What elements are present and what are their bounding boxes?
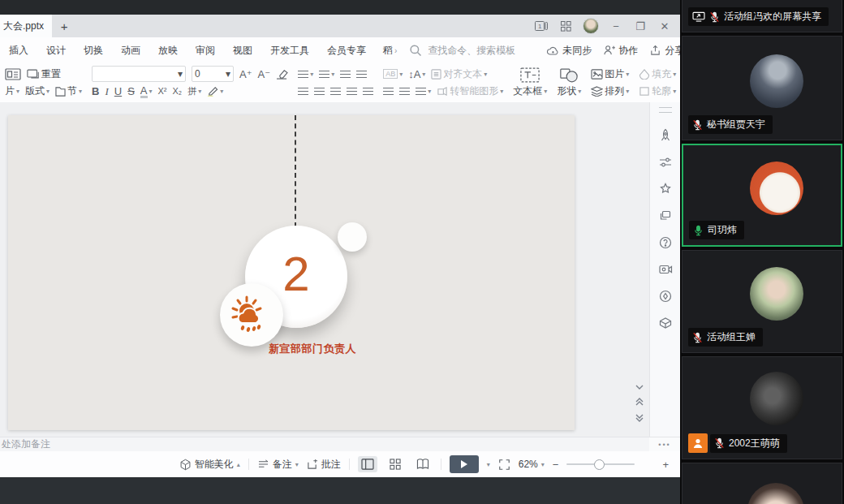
command-search-input[interactable]: 查找命令、搜索模板 — [408, 43, 546, 58]
menu-design[interactable]: 设计 — [37, 44, 75, 58]
zoom-in-button[interactable]: + — [643, 459, 669, 470]
screen-record-icon[interactable] — [658, 262, 673, 277]
numbered-list-button[interactable]: ▾ — [319, 71, 334, 78]
slide-sorter-view-button[interactable] — [385, 456, 405, 472]
slide-canvas[interactable]: 2 — [0, 102, 649, 437]
window-mode-icon[interactable]: 1 — [534, 19, 549, 33]
fit-to-window-button[interactable] — [498, 459, 510, 471]
more-options-dots[interactable]: ••• — [649, 437, 680, 452]
bullet-list-button[interactable]: ▾ — [298, 71, 313, 78]
menu-insert[interactable]: 插入 — [0, 44, 37, 58]
align-center-icon[interactable] — [314, 88, 325, 95]
pinyin-guide-button[interactable]: 拼▾ — [187, 87, 201, 96]
weather-badge-circle[interactable] — [220, 283, 283, 347]
font-size-combobox[interactable]: 0▾ — [192, 66, 234, 82]
object-properties-sliders-icon[interactable] — [658, 155, 673, 170]
highlight-pen-button[interactable]: ▾ — [207, 86, 223, 97]
collaborate-button[interactable]: 协作 — [603, 44, 638, 58]
help-icon[interactable] — [658, 235, 673, 250]
menu-slideshow[interactable]: 放映 — [149, 44, 187, 58]
play-options-dropdown[interactable]: ▾ — [487, 461, 490, 468]
menu-review[interactable]: 审阅 — [187, 44, 224, 58]
canvas-scrollbar[interactable] — [633, 102, 646, 437]
menu-developer[interactable]: 开发工具 — [261, 44, 318, 58]
line-spacing-button[interactable]: ▾ — [416, 88, 431, 95]
align-left-icon[interactable] — [298, 88, 308, 95]
resource-box-icon[interactable] — [658, 316, 673, 330]
participant-tile[interactable]: 2002王萌萌 — [682, 356, 842, 459]
comments-button[interactable]: 批注 — [307, 458, 341, 472]
distribute-icon[interactable] — [363, 88, 373, 95]
next-slide-icon[interactable] — [635, 414, 644, 422]
menu-animation[interactable]: 动画 — [112, 44, 149, 58]
rocket-quick-tools-icon[interactable] — [658, 128, 673, 143]
play-slideshow-button[interactable] — [450, 455, 479, 473]
previous-slide-icon[interactable] — [635, 398, 644, 406]
zoom-slider[interactable] — [566, 463, 635, 465]
duplicate-slide-icon[interactable] — [658, 209, 673, 223]
minimize-button[interactable]: − — [609, 19, 623, 33]
increase-font-button[interactable]: A⁺ — [239, 69, 252, 80]
smart-graphic-button[interactable]: 转智能图形▾ — [437, 84, 503, 98]
notes-input-bar[interactable]: 处添加备注 — [0, 437, 649, 451]
decrease-font-button[interactable]: A⁻ — [258, 69, 271, 80]
effects-star-icon[interactable] — [658, 182, 673, 196]
bold-button[interactable]: B — [92, 86, 99, 97]
restore-button[interactable]: ❐ — [633, 19, 648, 33]
decrease-indent-icon[interactable] — [340, 71, 351, 78]
menu-view[interactable]: 视图 — [224, 44, 261, 58]
outline-button[interactable]: 轮廓▾ — [639, 84, 676, 98]
participant-tile[interactable]: 活动组冯欢的屏幕共享 — [682, 0, 842, 32]
normal-view-button[interactable] — [358, 456, 377, 472]
italic-button[interactable]: I — [105, 86, 108, 97]
strikethrough-button[interactable]: S — [127, 86, 135, 97]
new-slide-button[interactable]: 片▾ — [5, 84, 19, 98]
notes-toggle-button[interactable]: 备注 ▾ — [257, 458, 299, 472]
slide[interactable]: 2 — [8, 115, 575, 430]
new-tab-button[interactable]: + — [52, 15, 76, 37]
char-spacing-button[interactable]: AB▾ — [383, 69, 403, 79]
line-spacing-decrease-icon[interactable] — [383, 88, 394, 95]
zoom-out-button[interactable]: − — [553, 459, 559, 470]
scroll-down-icon[interactable] — [635, 385, 644, 390]
participant-tile[interactable]: 活动组王婵 — [682, 250, 842, 353]
sync-status-button[interactable]: 未同步 — [546, 44, 592, 58]
clear-format-icon[interactable] — [276, 69, 288, 80]
picture-button[interactable]: 图片▾ — [591, 67, 629, 81]
share-button[interactable]: 分享 — [649, 44, 684, 58]
font-name-combobox[interactable]: ▾ — [92, 66, 186, 82]
menu-docer[interactable]: 稻 › — [375, 44, 400, 58]
justify-icon[interactable] — [347, 88, 357, 95]
line-spacing-increase-icon[interactable] — [399, 88, 410, 95]
slide-caption-text[interactable]: 新宣部部门负责人 — [239, 342, 385, 356]
reset-button[interactable]: 重置 — [27, 67, 61, 81]
rail-drag-handle[interactable] — [659, 107, 672, 113]
smart-beautify-button[interactable]: 智能美化 ▴ — [179, 458, 240, 472]
superscript-button[interactable]: X² — [158, 87, 167, 96]
layout-button[interactable]: 版式▾ — [25, 84, 50, 98]
underline-button[interactable]: U — [114, 86, 122, 97]
participant-tile-active-speaker[interactable]: 司玥炜 — [682, 144, 842, 247]
section-button[interactable]: 节▾ — [55, 84, 82, 98]
participant-tile[interactable] — [682, 463, 842, 504]
close-button[interactable]: ✕ — [657, 19, 672, 33]
align-text-button[interactable]: 对齐文本▾ — [431, 67, 487, 81]
document-tab[interactable]: 大会.pptx — [0, 15, 52, 37]
fill-button[interactable]: 填充▾ — [639, 67, 676, 81]
participant-tile[interactable]: 秘书组贾天宇 — [682, 36, 842, 140]
shapes-button[interactable]: 形状▾ — [552, 63, 586, 102]
align-right-icon[interactable] — [330, 88, 341, 95]
menu-transition[interactable]: 切换 — [75, 44, 112, 58]
slide-layout-icon[interactable] — [5, 68, 21, 80]
text-direction-button[interactable]: ↕A▾ — [408, 69, 425, 80]
seal-badge-icon[interactable] — [658, 289, 673, 304]
menu-member[interactable]: 会员专享 — [318, 44, 375, 58]
zoom-slider-knob[interactable] — [594, 459, 605, 470]
font-color-button[interactable]: A▾ — [140, 85, 153, 98]
increase-indent-icon[interactable] — [356, 71, 367, 78]
account-avatar[interactable] — [583, 18, 599, 34]
apps-grid-icon[interactable] — [558, 19, 573, 33]
arrange-button[interactable]: 排列▾ — [591, 84, 629, 98]
subscript-button[interactable]: X₂ — [173, 87, 183, 96]
zoom-percentage[interactable]: 62% ▾ — [519, 459, 545, 470]
